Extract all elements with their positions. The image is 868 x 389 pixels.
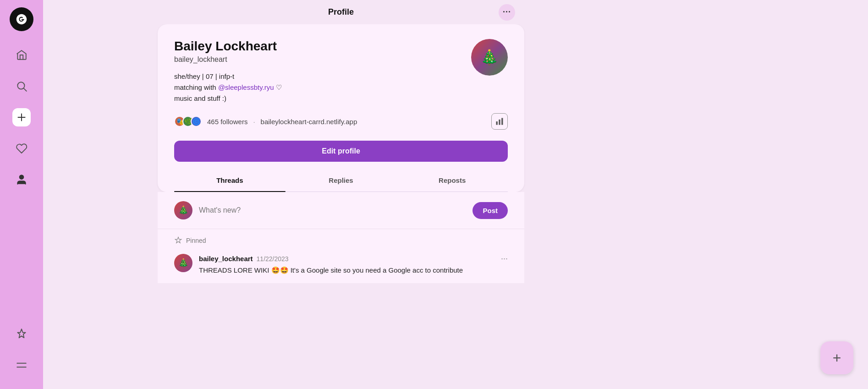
bio-line2: matching with @sleeplessbty.ryu ♡ xyxy=(174,82,471,93)
floating-add-button[interactable]: + xyxy=(820,341,853,374)
app-logo[interactable] xyxy=(10,7,33,31)
bio-suffix: ♡ xyxy=(274,83,282,91)
pinned-text: Pinned xyxy=(186,237,206,244)
sidebar-item-pin[interactable] xyxy=(12,325,31,343)
thread-item-text: THREADS LORE WIKI 🤩🤩 It's a Google site … xyxy=(199,265,508,276)
profile-website[interactable]: baileylockheart-carrd.netlify.app xyxy=(261,118,357,126)
profile-name: Bailey Lockheart xyxy=(174,39,471,54)
pin-star-icon xyxy=(174,236,182,245)
follower-avatar-3: 🌀 xyxy=(191,116,202,127)
svg-line-1 xyxy=(24,88,27,91)
profile-avatar: 🎄 xyxy=(471,39,508,76)
profile-handle: bailey_lockheart xyxy=(174,55,471,64)
sidebar-item-search[interactable] xyxy=(12,77,31,95)
hamburger-icon xyxy=(16,359,27,371)
sidebar-item-home[interactable] xyxy=(12,46,31,64)
tab-replies[interactable]: Replies xyxy=(286,169,397,192)
stats-button[interactable] xyxy=(491,113,508,130)
profile-meta: 🎭 🌿 🌀 465 followers · baileylockheart-ca… xyxy=(174,113,508,130)
fab-plus-icon: + xyxy=(833,350,841,367)
pinned-label: Pinned xyxy=(174,236,508,245)
new-thread-input[interactable] xyxy=(199,206,466,214)
profile-tabs: Threads Replies Reposts xyxy=(174,169,508,192)
sidebar-item-activity[interactable] xyxy=(12,139,31,158)
thread-item-meta: bailey_lockheart 11/22/2023 ··· xyxy=(199,254,508,263)
svg-point-4 xyxy=(20,175,24,179)
new-thread-row: 🎄 Post xyxy=(158,192,524,229)
threads-logo-icon xyxy=(15,12,28,26)
bar-chart-icon xyxy=(495,117,504,126)
heart-icon xyxy=(16,142,27,154)
follower-avatars: 🎭 🌿 🌀 xyxy=(174,116,202,127)
post-button[interactable]: Post xyxy=(472,202,508,219)
thread-item-date: 11/22/2023 xyxy=(257,255,289,263)
svg-rect-9 xyxy=(501,118,503,125)
page-title: Profile xyxy=(328,7,354,17)
profile-header: Bailey Lockheart bailey_lockheart she/th… xyxy=(174,39,508,104)
home-icon xyxy=(16,49,27,61)
bio-line3: music and stuff :) xyxy=(174,93,471,104)
pin-icon xyxy=(16,328,27,340)
tab-threads[interactable]: Threads xyxy=(174,169,286,192)
right-area xyxy=(639,0,868,389)
followers-count[interactable]: 465 followers xyxy=(207,118,247,126)
sidebar-nav xyxy=(12,46,31,325)
svg-rect-8 xyxy=(499,120,500,125)
bio-line1: she/they | 07 | infp-t xyxy=(174,71,471,82)
search-icon xyxy=(16,80,27,92)
person-icon xyxy=(16,174,27,186)
sidebar-bottom xyxy=(12,325,31,374)
thread-item: 🎄 bailey_lockheart 11/22/2023 ··· THREAD… xyxy=(158,254,524,283)
sidebar-item-profile[interactable] xyxy=(12,170,31,189)
profile-bio: she/they | 07 | infp-t matching with @sl… xyxy=(174,71,471,104)
plus-icon xyxy=(16,111,27,123)
edit-profile-button[interactable]: Edit profile xyxy=(174,141,508,162)
bio-mention[interactable]: @sleeplessbty.ryu xyxy=(218,83,274,91)
sidebar xyxy=(0,0,43,389)
main-content: Profile ··· Bailey Lockheart bailey_lock… xyxy=(43,0,639,389)
thread-item-avatar: 🎄 xyxy=(174,254,192,272)
meta-separator: · xyxy=(253,118,255,126)
pinned-section: Pinned xyxy=(158,229,524,254)
bio-prefix: matching with xyxy=(174,83,218,91)
thread-area: 🎄 Post Pinned 🎄 bailey_lockheart xyxy=(158,192,524,283)
svg-rect-7 xyxy=(496,121,498,125)
top-bar: Profile ··· xyxy=(158,0,524,24)
sidebar-item-create[interactable] xyxy=(12,108,31,126)
tab-reposts[interactable]: Reposts xyxy=(396,169,508,192)
profile-info: Bailey Lockheart bailey_lockheart she/th… xyxy=(174,39,471,104)
more-menu-button[interactable]: ··· xyxy=(499,4,515,21)
profile-card: Bailey Lockheart bailey_lockheart she/th… xyxy=(158,24,524,192)
ellipsis-icon: ··· xyxy=(503,7,511,17)
sidebar-item-more[interactable] xyxy=(12,356,31,374)
profile-container: Profile ··· Bailey Lockheart bailey_lock… xyxy=(158,0,524,389)
new-thread-avatar: 🎄 xyxy=(174,201,192,219)
thread-item-more[interactable]: ··· xyxy=(501,254,508,263)
thread-item-content: bailey_lockheart 11/22/2023 ··· THREADS … xyxy=(199,254,508,276)
thread-item-username[interactable]: bailey_lockheart xyxy=(199,255,253,263)
avatar-image: 🎄 xyxy=(471,39,508,76)
